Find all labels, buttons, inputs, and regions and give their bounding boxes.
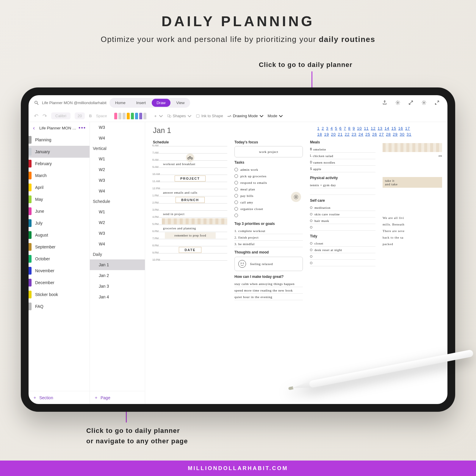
notebook-title[interactable]: Life Planner MON @milliondollarhabit: [39, 126, 77, 130]
schedule-row[interactable]: 9 AM: [153, 167, 227, 175]
section-item-january[interactable]: January: [29, 146, 90, 158]
date-link[interactable]: 26: [372, 132, 377, 137]
bold-button[interactable]: B: [89, 114, 92, 118]
date-link[interactable]: 25: [365, 132, 370, 137]
tidy-row[interactable]: desk reset at night: [310, 247, 375, 253]
page-group-daily[interactable]: Daily: [90, 249, 145, 259]
task-checkbox[interactable]: [234, 194, 238, 198]
schedule-row[interactable]: 1 PMBRUNCH: [153, 196, 227, 203]
pen-palette[interactable]: [114, 113, 146, 119]
mood-box[interactable]: feeling relaxed: [234, 257, 303, 271]
task-row[interactable]: admin work: [234, 166, 303, 173]
ink-to-shape-button[interactable]: Ink to Shape: [196, 114, 223, 118]
redo-button[interactable]: ↷: [43, 113, 47, 119]
date-link[interactable]: 17: [405, 126, 410, 131]
date-link[interactable]: 12: [371, 126, 375, 131]
meal-row[interactable]: Sapple: [310, 166, 375, 172]
section-item-september[interactable]: September: [29, 241, 90, 253]
task-checkbox[interactable]: [234, 181, 238, 184]
selfcare-row[interactable]: [310, 224, 375, 231]
task-row[interactable]: meal plan: [234, 186, 303, 192]
shapes-button[interactable]: Shapes: [167, 114, 192, 118]
date-link[interactable]: 10: [357, 126, 362, 131]
section-item-august[interactable]: August: [29, 229, 90, 241]
schedule-row[interactable]: 10 AMPROJECT: [153, 175, 227, 182]
section-item-december[interactable]: December: [29, 277, 90, 289]
meal-row[interactable]: Dramen noodles: [310, 159, 375, 166]
schedule-row[interactable]: 6 AM: [153, 146, 227, 153]
schedule-row[interactable]: 12 PManswer emails and calls: [153, 189, 227, 196]
date-link[interactable]: 15: [392, 126, 396, 131]
section-item-may[interactable]: May: [29, 193, 90, 205]
gear-icon[interactable]: [395, 100, 400, 105]
task-checkbox[interactable]: [234, 207, 238, 211]
task-checkbox[interactable]: [234, 168, 238, 171]
meal-row[interactable]: Bomelette: [310, 146, 375, 153]
tab-draw[interactable]: Draw: [152, 99, 170, 107]
date-link[interactable]: 14: [384, 126, 389, 131]
activity-text[interactable]: tennis + gym day: [310, 182, 375, 188]
section-item-july[interactable]: July: [29, 217, 90, 229]
date-link[interactable]: 13: [378, 126, 382, 131]
task-row[interactable]: organize closet: [234, 206, 303, 212]
page-item[interactable]: W4: [90, 186, 145, 196]
add-section-button[interactable]: ＋ Section: [29, 391, 90, 404]
page-item[interactable]: W3: [90, 228, 145, 239]
date-link[interactable]: 5: [335, 126, 337, 131]
date-link[interactable]: 21: [338, 132, 343, 137]
schedule-row[interactable]: 8 AMworkout and breakfast: [153, 160, 227, 167]
tidy-row[interactable]: closet: [310, 240, 375, 247]
document-title[interactable]: Life Planner MON @milliondollarhabit: [42, 101, 107, 105]
undo-button[interactable]: ↶: [34, 113, 38, 119]
section-item-june[interactable]: June: [29, 205, 90, 217]
priority-row[interactable]: 2. finish project: [234, 234, 303, 241]
mode-button[interactable]: Mode: [268, 114, 283, 118]
priority-row[interactable]: 3. be mindful: [234, 241, 303, 247]
date-link[interactable]: 31: [407, 132, 411, 137]
font-size[interactable]: 20: [75, 112, 85, 119]
task-checkbox[interactable]: [234, 214, 238, 217]
tidy-row[interactable]: [310, 260, 375, 266]
date-link[interactable]: 20: [331, 132, 336, 137]
schedule-row[interactable]: 8 PMDATE: [153, 246, 227, 253]
date-link[interactable]: 8: [348, 126, 350, 131]
task-checkbox[interactable]: [234, 201, 238, 204]
add-page-button[interactable]: ＋ Page: [90, 391, 145, 404]
selfcare-row[interactable]: skin care routine: [310, 211, 375, 217]
share-icon[interactable]: [382, 100, 387, 105]
page-item[interactable]: W3: [90, 122, 145, 133]
page-group-vertical[interactable]: Vertical: [90, 143, 145, 154]
date-link[interactable]: 24: [358, 132, 363, 137]
task-checkbox[interactable]: [234, 174, 238, 178]
schedule-row[interactable]: 2 PM: [153, 203, 227, 210]
page-item[interactable]: W1: [90, 206, 145, 217]
date-link[interactable]: 30: [400, 132, 404, 137]
date-link[interactable]: 27: [379, 132, 384, 137]
today-great-line[interactable]: stay calm when annoying things happen: [234, 281, 303, 287]
section-item-february[interactable]: February: [29, 158, 90, 170]
font-name[interactable]: Calibri: [51, 112, 71, 119]
page-item[interactable]: Jan 4: [90, 292, 145, 302]
page-item[interactable]: Jan 3: [90, 281, 145, 292]
date-link[interactable]: 7: [344, 126, 346, 131]
meal-row[interactable]: Lchicken salad: [310, 153, 375, 159]
page-item[interactable]: W2: [90, 217, 145, 228]
page-group-schedule[interactable]: Schedule: [90, 196, 145, 206]
notebook-more-icon[interactable]: •••: [79, 125, 87, 131]
task-row[interactable]: pick up groceries: [234, 173, 303, 179]
section-item-planning[interactable]: Planning: [29, 134, 90, 146]
task-row[interactable]: respond to emails: [234, 179, 303, 186]
section-item-april[interactable]: April: [29, 181, 90, 193]
date-link[interactable]: 11: [364, 126, 369, 131]
tab-view[interactable]: View: [172, 99, 190, 107]
collapse-icon[interactable]: [434, 100, 440, 105]
page-item[interactable]: Jan 2: [90, 270, 145, 281]
schedule-row[interactable]: 11 AM: [153, 182, 227, 189]
page-item[interactable]: W4: [90, 239, 145, 249]
date-link[interactable]: 9: [353, 126, 355, 131]
schedule-row[interactable]: 3 PMsend in project: [153, 210, 227, 217]
tab-home[interactable]: Home: [110, 99, 130, 107]
section-item-faq[interactable]: FAQ: [29, 300, 90, 312]
page-item[interactable]: W1: [90, 154, 145, 164]
section-item-sticker-book[interactable]: Sticker book: [29, 289, 90, 300]
